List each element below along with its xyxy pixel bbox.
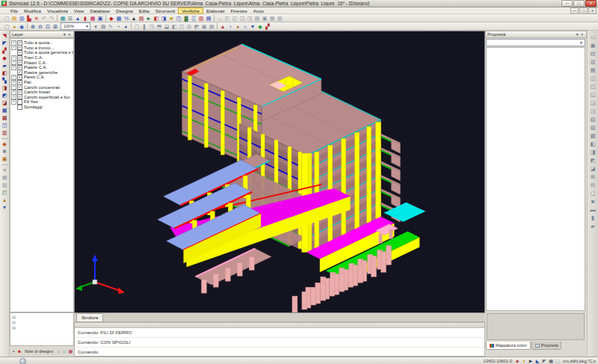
- toolbar-icon[interactable]: ▧: [588, 115, 597, 123]
- toolbar-icon[interactable]: ❚: [141, 23, 148, 30]
- toolbar-icon[interactable]: ◆: [1, 55, 9, 62]
- expand-icon[interactable]: +: [11, 99, 16, 105]
- toolbar-icon[interactable]: ▢: [3, 23, 10, 30]
- toolbar-icon[interactable]: ◩: [1, 92, 9, 99]
- toolbar-icon[interactable]: ◳: [148, 23, 155, 30]
- menu-item-modifica[interactable]: Modifica: [21, 7, 44, 14]
- toolbar-icon[interactable]: ▥: [588, 58, 597, 66]
- toolbar-icon[interactable]: ▭: [216, 15, 224, 22]
- toolbar-icon[interactable]: ▤: [268, 15, 276, 22]
- toolbar-icon[interactable]: ◆: [1, 141, 9, 148]
- model-viewport[interactable]: [74, 31, 485, 313]
- toolbar-icon[interactable]: ▥: [197, 15, 205, 22]
- toolbar-icon[interactable]: ●: [521, 358, 527, 364]
- toolbar-icon[interactable]: ◨: [160, 15, 167, 22]
- toolbar-icon[interactable]: ●: [234, 23, 241, 30]
- menu-item-file[interactable]: File: [7, 7, 21, 14]
- menu-item-disegna[interactable]: Disegna: [113, 7, 136, 14]
- toolbar-icon[interactable]: ◨: [588, 148, 597, 156]
- toolbar-icon[interactable]: ■: [588, 197, 597, 206]
- toolbar-icon[interactable]: ▮: [588, 214, 597, 222]
- toolbar-icon[interactable]: ▬: [588, 206, 597, 214]
- toolbar-icon[interactable]: ▦: [89, 15, 96, 22]
- toolbar-icon[interactable]: ▣: [200, 23, 208, 30]
- toolbar-icon[interactable]: ▭: [588, 33, 597, 41]
- tab-struttura[interactable]: Struttura: [76, 313, 103, 321]
- toolbar-icon[interactable]: ◔: [114, 23, 122, 30]
- menu-item-visualizza[interactable]: Visualizza: [44, 7, 71, 14]
- toolbar-icon[interactable]: ◤: [541, 358, 547, 364]
- toolbar-icon[interactable]: ◫: [588, 74, 597, 82]
- toolbar-icon[interactable]: ⊕: [29, 23, 37, 30]
- toolbar-icon[interactable]: ▦: [1, 107, 9, 114]
- toolbar-icon[interactable]: ↷: [48, 15, 55, 22]
- toolbar-icon[interactable]: ▦: [588, 66, 597, 74]
- toolbar-icon[interactable]: ▦: [67, 348, 73, 355]
- toolbar-icon[interactable]: ◱: [231, 15, 238, 22]
- toolbar-icon[interactable]: ▪: [10, 348, 16, 355]
- toolbar-icon[interactable]: %: [123, 15, 130, 22]
- toolbar-icon[interactable]: ▦: [548, 358, 554, 364]
- toolbar-icon[interactable]: ◧: [152, 15, 160, 22]
- toolbar-icon[interactable]: ◱: [588, 90, 597, 99]
- toolbar-icon[interactable]: ◰: [1, 189, 9, 197]
- toolbar-icon[interactable]: ▢: [555, 358, 561, 364]
- toolbar-icon[interactable]: ▦: [59, 15, 67, 22]
- close-button[interactable]: ✕: [585, 0, 597, 7]
- toolbar-icon[interactable]: ▥: [276, 15, 283, 22]
- toolbar-icon[interactable]: ▰: [1, 62, 9, 70]
- toolbar-icon[interactable]: ▩: [588, 132, 597, 140]
- toolbar-icon[interactable]: ◕: [122, 23, 129, 30]
- toolbar-icon[interactable]: ▰: [588, 222, 597, 230]
- toolbar-icon[interactable]: ◫: [178, 23, 185, 30]
- toolbar-icon[interactable]: ▤: [99, 23, 107, 30]
- toolbar-icon[interactable]: ✱: [1, 148, 9, 155]
- toolbar-icon[interactable]: ▶: [528, 358, 534, 364]
- toolbar-icon[interactable]: ◳: [246, 15, 253, 22]
- toolbar-icon[interactable]: ▲: [219, 23, 226, 30]
- properties-list[interactable]: [486, 47, 585, 311]
- zoom-level-combo[interactable]: 100% ▼: [61, 22, 90, 30]
- menu-item-strumenti[interactable]: Strumenti: [152, 7, 178, 14]
- toolbar-icon[interactable]: ☰: [67, 15, 74, 22]
- toolbar-icon[interactable]: ✕: [33, 15, 40, 22]
- toolbar-icon[interactable]: ◧: [588, 140, 597, 148]
- toolbar-icon[interactable]: ■: [167, 15, 175, 22]
- toolbar-icon[interactable]: ◫: [175, 15, 182, 22]
- toolbar-icon[interactable]: ◫: [1, 122, 9, 129]
- toolbar-icon[interactable]: ⌂: [241, 23, 249, 30]
- toolbar-icon[interactable]: ▾: [92, 23, 99, 30]
- toolbar-icon[interactable]: ●: [10, 23, 18, 30]
- toolbar-icon[interactable]: ▨: [588, 123, 597, 132]
- tab-proprietà[interactable]: Proprietà: [531, 342, 562, 350]
- toolbar-icon[interactable]: ⊖: [37, 23, 44, 30]
- toolbar-icon[interactable]: ◩: [588, 156, 597, 164]
- toolbar-icon[interactable]: ⊡: [44, 23, 52, 30]
- toolbar-icon[interactable]: ◰: [588, 82, 597, 90]
- toolbar-icon[interactable]: ▣: [588, 41, 597, 49]
- pin-icon[interactable]: ▼: [575, 32, 580, 37]
- toolbar-icon[interactable]: ⊟: [185, 23, 193, 30]
- toolbar-icon[interactable]: ◣: [534, 358, 540, 364]
- toolbar-icon[interactable]: ▣: [1, 155, 9, 163]
- toolbar-icon[interactable]: ▞: [1, 47, 9, 55]
- menu-item-verifiche[interactable]: Verifiche: [178, 7, 203, 14]
- toolbar-icon[interactable]: ◧: [170, 23, 178, 30]
- toolbar-icon[interactable]: ▥: [1, 182, 9, 189]
- toolbar-icon[interactable]: ⊞: [52, 23, 59, 30]
- toolbar-icon[interactable]: ◨: [1, 84, 9, 92]
- toolbar-icon[interactable]: ▣: [96, 15, 104, 22]
- toolbar-icon[interactable]: ►: [145, 15, 152, 22]
- toolbar-icon[interactable]: ▢: [133, 23, 141, 30]
- toolbar-icon[interactable]: ⊟: [588, 181, 597, 189]
- toolbar-icon[interactable]: ◥: [1, 32, 9, 40]
- toolbar-icon[interactable]: ⌂: [61, 348, 67, 355]
- toolbar-icon[interactable]: ◆: [514, 358, 520, 364]
- toolbar-icon[interactable]: ⬒: [155, 23, 163, 30]
- toolbar-icon[interactable]: ◩: [193, 23, 200, 30]
- close-icon[interactable]: ✕: [580, 32, 585, 37]
- mdi-minimize-button[interactable]: —: [570, 7, 579, 14]
- expand-icon[interactable]: +: [11, 45, 16, 50]
- toolbar-icon[interactable]: ▥: [18, 15, 25, 22]
- toolbar-icon[interactable]: ▣: [261, 15, 268, 22]
